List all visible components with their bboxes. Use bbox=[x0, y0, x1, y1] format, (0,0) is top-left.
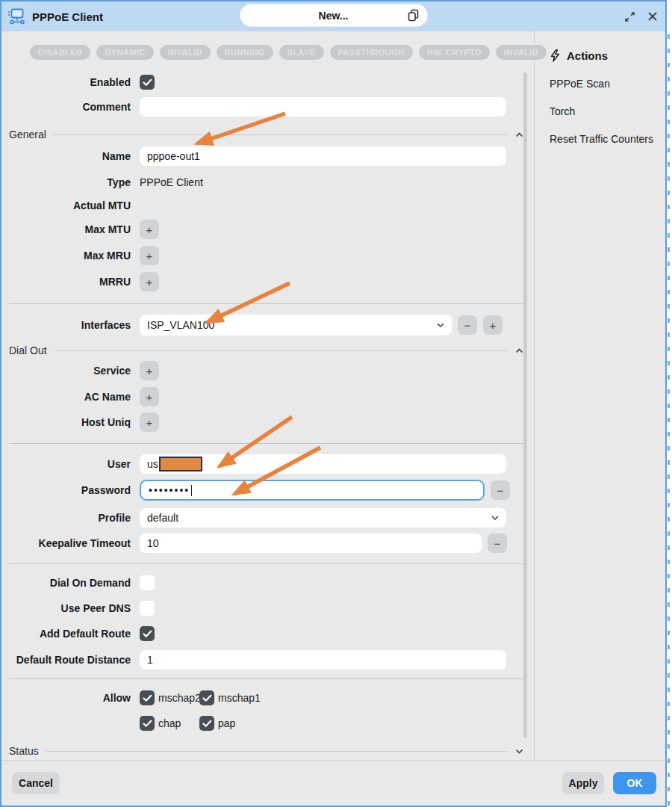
close-icon[interactable] bbox=[647, 11, 658, 22]
section-general[interactable]: General bbox=[1, 129, 534, 140]
enabled-checkbox[interactable] bbox=[140, 75, 155, 90]
status-badges: DISABLED DYNAMIC INVALID RUNNING SLAVE P… bbox=[1, 31, 534, 60]
max-mru-add-button[interactable]: + bbox=[140, 246, 159, 265]
divider bbox=[9, 443, 527, 444]
chevron-down-icon bbox=[515, 749, 523, 754]
action-pppoe-scan[interactable]: PPPoE Scan bbox=[550, 78, 665, 90]
footer-bar: Cancel Apply OK bbox=[1, 760, 665, 806]
allow-mschap2-label: mschap2 bbox=[158, 692, 201, 704]
profile-value: default bbox=[147, 512, 178, 524]
name-label: Name bbox=[1, 150, 140, 162]
status-badge: DISABLED bbox=[30, 45, 90, 60]
ac-name-add-button[interactable]: + bbox=[140, 387, 159, 406]
section-status[interactable]: Status bbox=[1, 745, 534, 757]
copy-icon[interactable] bbox=[406, 8, 420, 22]
allow-mschap1-label: mschap1 bbox=[218, 692, 261, 704]
chevron-up-icon bbox=[515, 132, 523, 137]
status-badge: RUNNING bbox=[217, 45, 273, 60]
apply-button[interactable]: Apply bbox=[562, 772, 604, 794]
use-peer-dns-label: Use Peer DNS bbox=[1, 602, 140, 614]
max-mtu-label: Max MTU bbox=[1, 223, 140, 235]
comment-input[interactable] bbox=[140, 97, 506, 117]
profile-label: Profile bbox=[1, 512, 140, 524]
use-peer-dns-checkbox[interactable] bbox=[140, 601, 155, 616]
action-reset-traffic-counters[interactable]: Reset Traffic Counters bbox=[550, 133, 665, 145]
user-label: User bbox=[1, 458, 140, 470]
host-uniq-label: Host Uniq bbox=[1, 416, 140, 428]
comment-label: Comment bbox=[1, 101, 140, 113]
allow-chap-checkbox[interactable] bbox=[140, 716, 155, 731]
name-input[interactable]: pppoe-out1 bbox=[140, 146, 506, 166]
status-badge: HW. CRYPTO bbox=[419, 45, 490, 60]
type-label: Type bbox=[1, 176, 140, 188]
password-value: •••••••• bbox=[149, 484, 190, 496]
password-input[interactable]: •••••••• bbox=[140, 480, 485, 501]
ok-button[interactable]: OK bbox=[613, 772, 656, 794]
actions-panel: Actions PPPoE Scan Torch Reset Traffic C… bbox=[535, 31, 665, 761]
mrru-label: MRRU bbox=[1, 276, 140, 288]
dialog-title: PPPoE Client bbox=[32, 10, 103, 23]
chevron-down-icon bbox=[437, 323, 444, 327]
cancel-button[interactable]: Cancel bbox=[12, 772, 60, 794]
keepalive-remove-button[interactable]: − bbox=[488, 534, 507, 553]
allow-label: Allow bbox=[1, 692, 140, 704]
allow-pap-checkbox[interactable] bbox=[199, 716, 214, 731]
status-badge: PASSTHROUGH bbox=[330, 45, 413, 60]
interfaces-select[interactable]: ISP_VLAN100 bbox=[140, 315, 452, 336]
host-uniq-add-button[interactable]: + bbox=[140, 412, 159, 432]
interface-icon bbox=[7, 7, 27, 26]
profile-select[interactable]: default bbox=[140, 508, 506, 528]
interfaces-label: Interfaces bbox=[1, 319, 140, 331]
expand-icon[interactable] bbox=[624, 11, 635, 22]
interfaces-add-button[interactable]: + bbox=[483, 315, 503, 335]
background-page-edge bbox=[667, 0, 672, 807]
max-mtu-add-button[interactable]: + bbox=[140, 220, 159, 239]
text-caret bbox=[191, 485, 192, 496]
divider bbox=[9, 678, 527, 679]
form-panel: DISABLED DYNAMIC INVALID RUNNING SLAVE P… bbox=[1, 31, 535, 761]
max-mru-label: Max MRU bbox=[1, 250, 140, 262]
keepalive-timeout-input[interactable]: 10 bbox=[140, 534, 482, 553]
allow-chap-label: chap bbox=[158, 717, 181, 729]
user-value: us bbox=[147, 458, 158, 470]
interfaces-value: ISP_VLAN100 bbox=[147, 319, 214, 331]
service-add-button[interactable]: + bbox=[140, 361, 159, 380]
actual-mtu-label: Actual MTU bbox=[1, 200, 140, 211]
ac-name-label: AC Name bbox=[1, 391, 140, 403]
pppoe-client-dialog: PPPoE Client New... bbox=[0, 0, 667, 807]
keepalive-timeout-value: 10 bbox=[147, 537, 159, 549]
scrollbar[interactable] bbox=[523, 72, 527, 738]
default-route-distance-value: 1 bbox=[147, 654, 153, 666]
keepalive-timeout-label: Keepalive Timeout bbox=[1, 537, 140, 549]
section-dial-out[interactable]: Dial Out bbox=[1, 344, 534, 356]
item-selector-dropdown[interactable]: New... bbox=[240, 4, 427, 26]
dial-on-demand-label: Dial On Demand bbox=[1, 577, 140, 589]
default-route-distance-label: Default Route Distance bbox=[1, 654, 140, 666]
interfaces-remove-button[interactable]: − bbox=[458, 315, 477, 335]
chevron-up-icon bbox=[515, 348, 523, 353]
allow-pap-label: pap bbox=[218, 717, 235, 729]
add-default-route-label: Add Default Route bbox=[1, 628, 140, 640]
mrru-add-button[interactable]: + bbox=[140, 272, 159, 291]
status-badge: INVALID bbox=[160, 45, 211, 60]
default-route-distance-input[interactable]: 1 bbox=[140, 650, 506, 670]
section-status-label: Status bbox=[9, 745, 39, 757]
status-badge: INVALID bbox=[496, 45, 547, 60]
dial-on-demand-checkbox[interactable] bbox=[140, 575, 155, 590]
divider bbox=[9, 563, 527, 564]
redaction-box bbox=[159, 457, 202, 471]
user-input[interactable]: us bbox=[140, 454, 506, 474]
section-dial-out-label: Dial Out bbox=[9, 344, 47, 356]
add-default-route-checkbox[interactable] bbox=[140, 626, 155, 641]
selector-label: New... bbox=[319, 10, 349, 22]
divider bbox=[9, 303, 527, 304]
password-remove-button[interactable]: − bbox=[491, 480, 510, 500]
service-label: Service bbox=[1, 365, 140, 377]
status-badge: SLAVE bbox=[279, 45, 324, 60]
password-label: Password bbox=[1, 484, 140, 496]
allow-mschap2-checkbox[interactable] bbox=[140, 690, 155, 705]
allow-mschap1-checkbox[interactable] bbox=[199, 690, 214, 705]
lightning-icon bbox=[550, 49, 561, 62]
action-torch[interactable]: Torch bbox=[550, 105, 665, 117]
status-badge: DYNAMIC bbox=[96, 45, 153, 60]
